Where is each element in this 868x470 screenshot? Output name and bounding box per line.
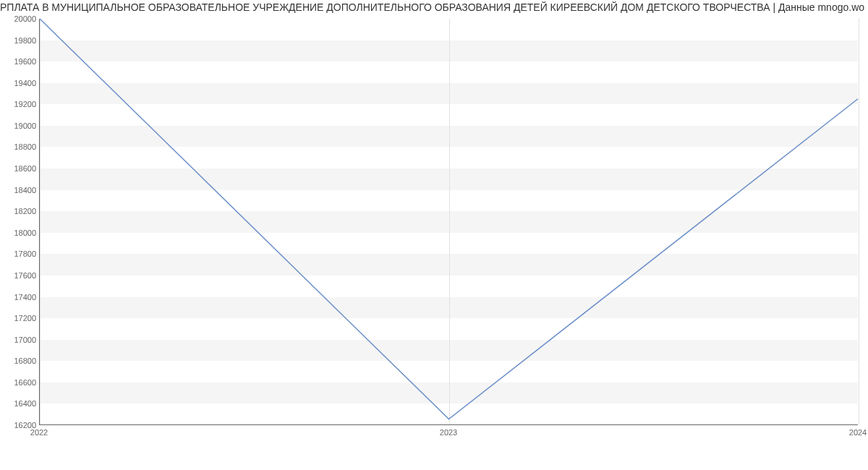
y-tick-label: 19000 bbox=[4, 121, 36, 130]
y-tick-label: 18000 bbox=[4, 228, 36, 237]
y-tick-label: 18600 bbox=[4, 164, 36, 173]
y-tick-label: 17000 bbox=[4, 336, 36, 344]
x-tick-label: 2023 bbox=[440, 428, 457, 437]
y-tick-label: 17400 bbox=[4, 293, 36, 302]
y-tick-label: 19200 bbox=[4, 100, 36, 108]
line-series bbox=[40, 19, 858, 424]
y-tick-label: 16400 bbox=[4, 399, 36, 408]
chart-title: РПЛАТА В МУНИЦИПАЛЬНОЕ ОБРАЗОВАТЕЛЬНОЕ У… bbox=[0, 1, 868, 13]
grid-vertical bbox=[859, 19, 859, 424]
chart-container: РПЛАТА В МУНИЦИПАЛЬНОЕ ОБРАЗОВАТЕЛЬНОЕ У… bbox=[0, 0, 868, 470]
plot-area bbox=[39, 19, 858, 425]
y-tick-label: 17600 bbox=[4, 271, 36, 280]
x-tick-label: 2024 bbox=[849, 428, 867, 437]
x-tick-label: 2022 bbox=[30, 428, 48, 437]
y-tick-label: 18800 bbox=[4, 142, 36, 151]
y-tick-label: 17800 bbox=[4, 249, 36, 258]
y-tick-label: 19400 bbox=[4, 79, 36, 87]
y-tick-label: 18200 bbox=[4, 207, 36, 215]
y-tick-label: 20000 bbox=[4, 14, 36, 23]
y-tick-label: 16600 bbox=[4, 378, 36, 387]
y-tick-label: 17200 bbox=[4, 314, 36, 322]
y-tick-label: 19800 bbox=[4, 36, 36, 45]
y-tick-label: 18400 bbox=[4, 186, 36, 195]
y-tick-label: 19600 bbox=[4, 57, 36, 66]
y-tick-label: 16800 bbox=[4, 356, 36, 365]
